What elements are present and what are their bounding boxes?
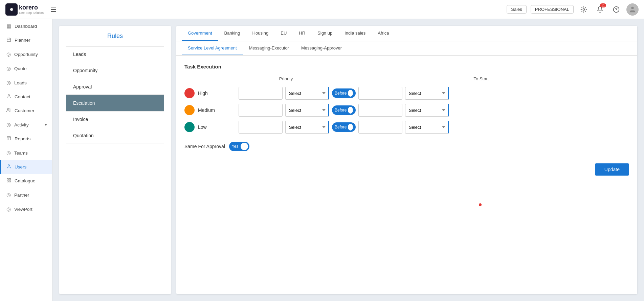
sidebar-item-catalogue[interactable]: Catalogue [0, 174, 52, 188]
same-approval-toggle[interactable]: Yes [229, 142, 249, 151]
sidebar-item-users[interactable]: Users [0, 160, 52, 174]
customer-icon [6, 108, 11, 114]
subtab-messaging-approver[interactable]: Messaging-Approver [295, 41, 348, 55]
opportunity-icon: ◎ [6, 51, 11, 57]
high-input-end[interactable] [358, 87, 402, 100]
low-select-start[interactable]: Select [285, 121, 329, 134]
help-button[interactable] [610, 3, 622, 16]
sidebar-item-quote[interactable]: ◎ Quote [0, 61, 52, 76]
priority-indicator-low: Low [184, 122, 236, 132]
update-button[interactable]: Update [595, 163, 629, 176]
rules-item-invoice[interactable]: Invoice [66, 112, 164, 127]
layout: ▦ Dashboard Planner ◎ Opportunity ◎ Quot… [0, 19, 644, 301]
tab-housing[interactable]: Housing [246, 26, 275, 41]
medium-select-wrapper-start: Select [285, 104, 329, 117]
partner-icon: ◎ [6, 192, 11, 198]
svg-rect-10 [7, 137, 11, 140]
notification-count: 11 [600, 3, 606, 7]
svg-rect-4 [7, 38, 11, 42]
medium-input-end[interactable] [358, 104, 402, 117]
high-input-start[interactable] [239, 87, 283, 100]
sidebar-label-reports: Reports [15, 136, 30, 141]
dashboard-icon: ▦ [6, 23, 11, 29]
medium-input-start[interactable] [239, 104, 283, 117]
medium-select-wrapper-end: Select [405, 104, 449, 117]
subtab-messaging-executor[interactable]: Messaging-Executor [243, 41, 295, 55]
svg-point-3 [631, 6, 634, 9]
col-header-to-start: To Start [333, 76, 629, 81]
medium-select-start[interactable]: Select [285, 104, 329, 117]
sidebar-item-viewport[interactable]: ◎ ViewPort [0, 202, 52, 216]
rules-item-escalation[interactable]: Escalation [66, 95, 164, 111]
tab-eu[interactable]: EU [274, 26, 293, 41]
high-toggle-circle [348, 90, 353, 97]
col-header-priority: Priority [239, 76, 333, 81]
low-dot [184, 122, 195, 132]
high-before-toggle[interactable]: Before [332, 88, 356, 98]
sidebar-label-teams: Teams [14, 150, 28, 156]
avatar[interactable] [626, 3, 639, 16]
reports-icon [6, 136, 11, 142]
tab-banking[interactable]: Banking [218, 26, 246, 41]
planner-icon [6, 37, 11, 43]
sidebar-item-reports[interactable]: Reports [0, 132, 52, 146]
tab-signup[interactable]: Sign up [311, 26, 338, 41]
low-input-start[interactable] [239, 121, 283, 134]
medium-before-toggle[interactable]: Before [332, 105, 356, 115]
sidebar-item-teams[interactable]: ◎ Teams [0, 146, 52, 160]
sidebar-item-dashboard[interactable]: ▦ Dashboard [0, 19, 52, 33]
sidebar-item-opportunity[interactable]: ◎ Opportunity [0, 47, 52, 61]
logo-icon: ⊕ [5, 3, 18, 16]
topbar-left: ⊕ korero One Stop Solution ☰ [5, 3, 58, 16]
tab-government[interactable]: Government [182, 26, 218, 41]
yes-label: Yes [230, 144, 239, 149]
notifications-button[interactable]: 11 [594, 3, 606, 16]
low-select-end[interactable]: Select [405, 121, 449, 134]
priority-indicator-high: High [184, 88, 236, 98]
sidebar-item-contact[interactable]: Contact [0, 90, 52, 104]
high-label: High [198, 91, 208, 96]
low-before-label: Before [335, 125, 347, 129]
svg-point-8 [8, 95, 10, 96]
sidebar-item-partner[interactable]: ◎ Partner [0, 188, 52, 202]
sales-badge[interactable]: Sales [507, 5, 527, 14]
medium-select-end[interactable]: Select [405, 104, 449, 117]
activity-chevron: ▾ [45, 123, 47, 127]
low-select-wrapper-end: Select [405, 121, 449, 134]
same-approval-row: Same For Approval Yes [184, 142, 629, 151]
panel-content: Task Execution Priority To Start High [176, 56, 637, 294]
sidebar-item-customer[interactable]: Customer [0, 104, 52, 118]
svg-rect-12 [7, 179, 8, 180]
topbar: ⊕ korero One Stop Solution ☰ Sales PROFE… [0, 0, 644, 19]
high-select-end[interactable]: Select [405, 87, 449, 100]
professional-badge[interactable]: PROFESSIONAL [531, 5, 574, 14]
rules-item-leads[interactable]: Leads [66, 46, 164, 62]
hamburger-button[interactable]: ☰ [49, 4, 58, 15]
subtab-sla[interactable]: Service Level Agreement [182, 41, 243, 55]
task-row-low: Low Select Before Se [184, 121, 629, 134]
rules-item-quotation[interactable]: Quotation [66, 128, 164, 143]
topbar-right: Sales PROFESSIONAL 11 [507, 3, 639, 16]
high-select-wrapper-start: Select [285, 87, 329, 100]
tab-africa[interactable]: Africa [372, 26, 395, 41]
sidebar-label-customer: Customer [15, 108, 35, 113]
low-toggle-circle [348, 124, 353, 131]
tab-india-sales[interactable]: India sales [338, 26, 372, 41]
logo-name: korero [19, 4, 38, 11]
rules-item-approval[interactable]: Approval [66, 79, 164, 95]
tab-hr[interactable]: HR [293, 26, 311, 41]
settings-button[interactable] [578, 3, 590, 16]
high-select-start[interactable]: Select [285, 87, 329, 100]
low-before-toggle[interactable]: Before [332, 122, 356, 132]
rules-panel: Rules Leads Opportunity Approval Escalat… [59, 26, 171, 294]
sidebar-item-activity[interactable]: ◎ Activity ▾ [0, 118, 52, 132]
medium-dot [184, 105, 195, 115]
sidebar-label-users: Users [15, 164, 26, 169]
same-approval-label: Same For Approval [184, 144, 225, 149]
rules-item-opportunity[interactable]: Opportunity [66, 63, 164, 78]
sidebar-item-planner[interactable]: Planner [0, 33, 52, 47]
sidebar-label-opportunity: Opportunity [14, 52, 38, 57]
low-input-end[interactable] [358, 121, 402, 134]
sidebar-item-leads[interactable]: ◎ Leads [0, 76, 52, 90]
users-icon [6, 164, 11, 170]
